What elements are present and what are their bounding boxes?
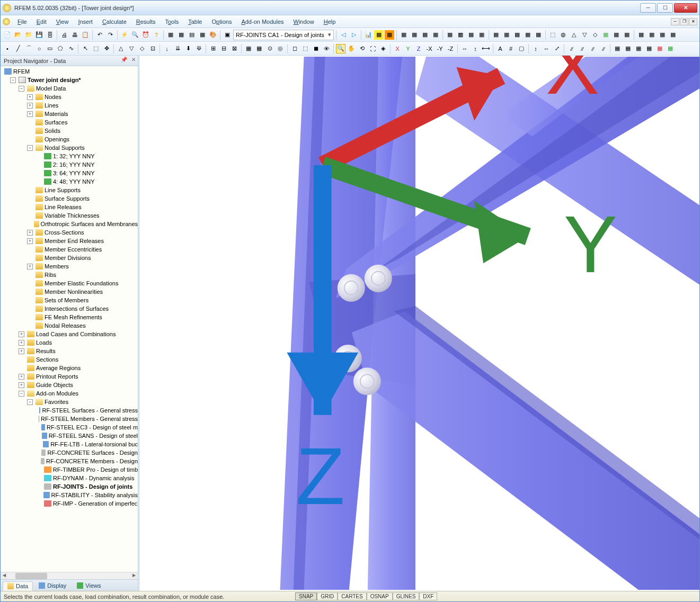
ax-y-icon[interactable]: Y bbox=[403, 44, 413, 53]
app1-icon[interactable]: ▦ bbox=[166, 30, 175, 40]
tree-rf-steel-surfaces[interactable]: RF-STEEL Surfaces - General stress bbox=[1, 406, 138, 415]
palette-icon[interactable]: 🎨 bbox=[208, 30, 218, 40]
menu-insert[interactable]: Insert bbox=[74, 17, 97, 26]
menu-file[interactable]: File bbox=[13, 17, 31, 26]
minimize-button[interactable]: ─ bbox=[640, 3, 656, 13]
r3-icon[interactable]: ▦ bbox=[420, 30, 430, 40]
tree-favorites[interactable]: −Favorites bbox=[1, 398, 138, 406]
rect-icon[interactable]: ▭ bbox=[45, 44, 55, 53]
close-panel-icon[interactable]: ✕ bbox=[131, 57, 136, 62]
tree-ribs[interactable]: Ribs bbox=[1, 271, 138, 279]
open2-icon[interactable]: 📁 bbox=[24, 30, 33, 40]
v4-icon[interactable]: ▦ bbox=[668, 30, 678, 40]
menu-tools[interactable]: Tools bbox=[161, 17, 183, 26]
tree-loads[interactable]: +Loads bbox=[1, 338, 138, 347]
load1-icon[interactable]: ↓ bbox=[162, 44, 172, 53]
ax-mz-icon[interactable]: -Z bbox=[446, 44, 455, 53]
alarm-icon[interactable]: ⏰ bbox=[141, 30, 150, 40]
move-icon[interactable]: ✥ bbox=[102, 44, 111, 53]
menu-calculate[interactable]: Calculate bbox=[98, 17, 131, 26]
end6-icon[interactable]: ▦ bbox=[666, 44, 675, 53]
load-case-combo[interactable]: RF-JOINTS CA1 - Design of joints bbox=[233, 30, 334, 40]
beam2-icon[interactable]: ⫽ bbox=[577, 44, 587, 53]
mdi-close[interactable]: ✕ bbox=[689, 18, 697, 25]
spline-icon[interactable]: ∿ bbox=[66, 44, 76, 53]
r1-icon[interactable]: ▦ bbox=[399, 30, 409, 40]
tree-lines[interactable]: +Lines bbox=[1, 101, 138, 110]
u1-icon[interactable]: ⬚ bbox=[548, 30, 557, 40]
open-icon[interactable]: 📂 bbox=[13, 30, 23, 40]
u2-icon[interactable]: ◍ bbox=[559, 30, 568, 40]
status-glines[interactable]: GLINES bbox=[393, 592, 420, 600]
magnify-icon[interactable]: 🔍 bbox=[130, 30, 140, 40]
tree-rf-joints[interactable]: RF-JOINTS - Design of joints bbox=[1, 482, 138, 491]
ax-x-icon[interactable]: X bbox=[393, 44, 402, 53]
osnap-icon[interactable]: ◎ bbox=[276, 44, 285, 53]
navigator-tree[interactable]: RFEM −Tower joint design* −Model Data +N… bbox=[1, 66, 138, 572]
tree-nodal-releases[interactable]: Nodal Releases bbox=[1, 321, 138, 330]
load3-icon[interactable]: ⬇ bbox=[183, 44, 193, 53]
tree-rf-steel-sans[interactable]: RF-STEEL SANS - Design of steel bbox=[1, 432, 138, 440]
v2-icon[interactable]: ▦ bbox=[647, 30, 657, 40]
pan-icon[interactable]: ✋ bbox=[347, 44, 356, 53]
tree-printout[interactable]: +Printout Reports bbox=[1, 372, 138, 381]
v1-icon[interactable]: ▦ bbox=[636, 30, 646, 40]
tree-fe-mesh[interactable]: FE Mesh Refinements bbox=[1, 313, 138, 321]
status-snap[interactable]: SNAP bbox=[295, 592, 317, 600]
sup4-icon[interactable]: ⊡ bbox=[148, 44, 157, 53]
cs3-icon[interactable]: ⊠ bbox=[229, 44, 239, 53]
menu-help[interactable]: Help bbox=[320, 17, 340, 26]
line-icon[interactable]: ╱ bbox=[13, 44, 23, 53]
nav-tab-display[interactable]: Display bbox=[34, 581, 71, 590]
tree-rf-stability[interactable]: RF-STABILITY - Stability analysis bbox=[1, 491, 138, 499]
tree-results[interactable]: +Results bbox=[1, 347, 138, 355]
mdi-minimize[interactable]: ─ bbox=[671, 18, 679, 25]
node-icon[interactable]: • bbox=[3, 44, 12, 53]
maximize-button[interactable]: ☐ bbox=[657, 3, 673, 13]
tree-rf-fe-ltb[interactable]: RF-FE-LTB - Lateral-torsional buc bbox=[1, 440, 138, 448]
tree-member-end-releases[interactable]: +Member End Releases bbox=[1, 237, 138, 245]
tree-ns4[interactable]: 4: 48; YYY NNY bbox=[1, 177, 138, 186]
menu-table[interactable]: Table bbox=[184, 17, 206, 26]
tree-rf-steel-ec3[interactable]: RF-STEEL EC3 - Design of steel m bbox=[1, 423, 138, 432]
cs1-icon[interactable]: ⊞ bbox=[208, 44, 218, 53]
status-grid[interactable]: GRID bbox=[317, 592, 338, 600]
poly-icon[interactable]: ⬠ bbox=[56, 44, 65, 53]
u5-icon[interactable]: ◇ bbox=[590, 30, 600, 40]
tree-avg-regions[interactable]: Average Regions bbox=[1, 364, 138, 372]
tree-guide-objects[interactable]: +Guide Objects bbox=[1, 381, 138, 389]
menu-window[interactable]: Window bbox=[289, 17, 318, 26]
tree-sections[interactable]: Sections bbox=[1, 355, 138, 364]
tree-nodes[interactable]: +Nodes bbox=[1, 93, 138, 101]
t5-icon[interactable]: ▦ bbox=[534, 30, 543, 40]
tree-rf-timber[interactable]: RF-TIMBER Pro - Design of timb bbox=[1, 465, 138, 474]
s4-icon[interactable]: ▦ bbox=[477, 30, 486, 40]
dim3-icon[interactable]: ⟷ bbox=[481, 44, 491, 53]
report-icon[interactable]: 📋 bbox=[81, 30, 90, 40]
nav-tab-views[interactable]: Views bbox=[72, 581, 105, 590]
s2-icon[interactable]: ▩ bbox=[456, 30, 465, 40]
tree-variable-thicknesses[interactable]: Variable Thicknesses bbox=[1, 211, 138, 220]
sup1-icon[interactable]: △ bbox=[116, 44, 126, 53]
tree-rf-concrete-surf[interactable]: RF-CONCRETE Surfaces - Design bbox=[1, 448, 138, 457]
zoom-icon[interactable]: 🔍 bbox=[336, 44, 345, 53]
save-icon[interactable]: 💾 bbox=[34, 30, 44, 40]
tree-openings[interactable]: Openings bbox=[1, 135, 138, 143]
load4-icon[interactable]: ⟱ bbox=[194, 44, 203, 53]
menu-results[interactable]: Results bbox=[132, 17, 160, 26]
u3-icon[interactable]: △ bbox=[569, 30, 579, 40]
tree-members[interactable]: +Members bbox=[1, 262, 138, 271]
wireframe-icon[interactable]: ⬚ bbox=[300, 44, 310, 53]
t3-icon[interactable]: ▦ bbox=[512, 30, 522, 40]
app2-icon[interactable]: ▦ bbox=[176, 30, 186, 40]
beam1-icon[interactable]: ⫽ bbox=[566, 44, 576, 53]
print-preview-icon[interactable]: 🖶 bbox=[70, 30, 79, 40]
status-cartes[interactable]: CARTES bbox=[338, 592, 366, 600]
tree-member-nonlin[interactable]: Member Nonlinearities bbox=[1, 287, 138, 296]
fit-icon[interactable]: ⛶ bbox=[368, 44, 377, 53]
tree-nodal-supports[interactable]: −Nodal Supports bbox=[1, 143, 138, 152]
tree-rf-concrete-mem[interactable]: RF-CONCRETE Members - Design bbox=[1, 457, 138, 465]
arc-icon[interactable]: ⌒ bbox=[24, 44, 33, 53]
close-button[interactable]: ✕ bbox=[674, 3, 697, 13]
num-icon[interactable]: # bbox=[506, 44, 516, 53]
